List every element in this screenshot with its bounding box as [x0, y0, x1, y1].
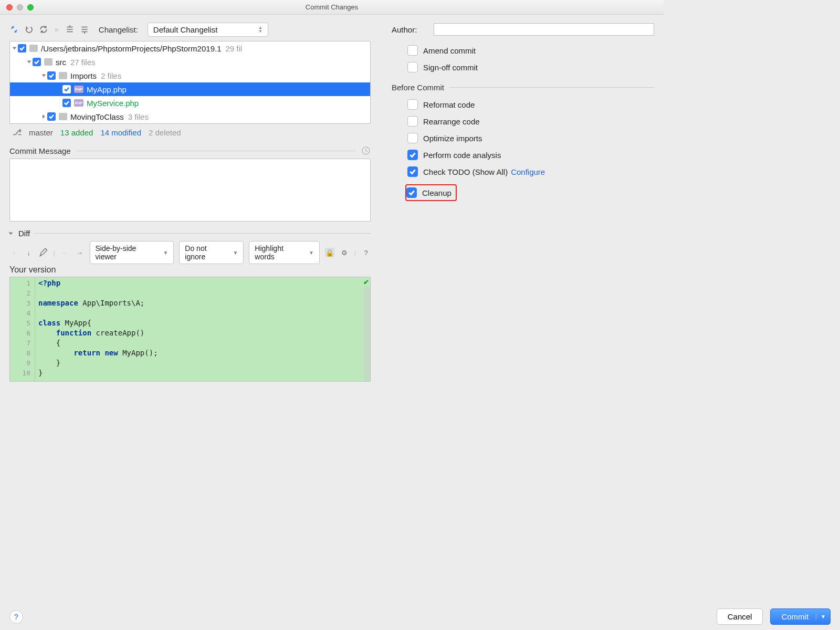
reformat-row[interactable]: Reformat code	[407, 99, 654, 110]
window-zoom-button[interactable]	[27, 4, 34, 10]
line-number: 1	[10, 278, 30, 288]
todo-row[interactable]: Check TODO (Show All) Configure	[407, 166, 654, 177]
tree-moving-row[interactable]: MovingToClass 3 files	[10, 110, 370, 123]
tree-checkbox[interactable]	[33, 58, 41, 66]
tree-imports-count: 2 files	[101, 71, 121, 80]
amend-label: Amend commit	[423, 46, 476, 55]
code-token: }	[38, 369, 43, 377]
analysis-label: Perform code analysis	[423, 151, 501, 160]
tree-src-name: src	[56, 58, 66, 67]
window-minimize-button[interactable]	[17, 4, 23, 10]
folder-icon	[59, 72, 67, 79]
tree-src-row[interactable]: src 27 files	[10, 55, 370, 69]
chevron-down-icon: ▼	[309, 250, 314, 256]
checkbox-unchecked[interactable]	[407, 99, 418, 110]
code-body[interactable]: <?php namespace App\Imports\A; class MyA…	[35, 277, 370, 381]
tree-file-myapp[interactable]: PHP MyApp.php	[10, 82, 370, 96]
tree-checkbox[interactable]	[62, 99, 71, 107]
line-number: 6	[10, 328, 30, 338]
line-number: 8	[10, 348, 30, 358]
analysis-row[interactable]: Perform code analysis	[407, 150, 654, 160]
line-number: 4	[10, 308, 30, 318]
code-token: class	[38, 319, 65, 327]
collapse-all-icon[interactable]	[80, 25, 89, 34]
code-token: MyApp();	[122, 349, 158, 357]
scrollbar[interactable]	[364, 287, 370, 381]
optimize-label: Optimize imports	[423, 134, 482, 143]
chevron-down-icon: ▼	[163, 250, 168, 256]
gear-icon[interactable]: ⚙	[340, 248, 349, 257]
ignore-dropdown[interactable]: Do not ignore ▼	[179, 241, 244, 264]
before-commit-header: Before Commit	[392, 83, 654, 92]
code-diff-viewer[interactable]: 1 2 3 4 5 6 7 8 9 10 <?php namespace App…	[9, 277, 371, 382]
checkmark-icon: ✔	[363, 278, 369, 286]
highlight-dropdown[interactable]: Highlight words ▼	[249, 241, 320, 264]
tree-checkbox[interactable]	[18, 44, 26, 52]
your-version-label: Your version	[9, 265, 371, 275]
revert-icon[interactable]	[24, 25, 34, 34]
expand-triangle-icon[interactable]	[27, 61, 32, 64]
checkbox-unchecked[interactable]	[407, 133, 418, 143]
author-input[interactable]	[434, 23, 654, 36]
line-number: 3	[10, 298, 30, 308]
tree-file-myservice[interactable]: PHP MyService.php	[10, 96, 370, 110]
commit-message-input[interactable]	[9, 159, 371, 222]
branch-icon: ⎇	[13, 128, 22, 137]
show-diff-icon[interactable]	[9, 25, 19, 34]
checkbox-unchecked[interactable]	[407, 116, 418, 127]
tree-checkbox[interactable]	[47, 71, 56, 80]
edit-icon[interactable]	[39, 248, 48, 257]
tree-root-path: /Users/jetbrains/PhpstormProjects/PhpSto…	[41, 44, 221, 53]
checkbox-checked[interactable]	[407, 150, 418, 160]
diff-toolbar: ↑ ↓ | ← → Side-by-side viewer ▼ Do not i…	[9, 244, 371, 261]
toolbar-more-icon[interactable]: »	[55, 25, 59, 34]
ignore-value: Do not ignore	[185, 244, 228, 261]
author-row: Author:	[392, 23, 654, 36]
author-label: Author:	[392, 25, 434, 34]
viewer-mode-dropdown[interactable]: Side-by-side viewer ▼	[90, 241, 174, 264]
history-icon[interactable]	[361, 146, 371, 155]
code-token: function	[56, 329, 96, 337]
prev-diff-icon[interactable]: ↑	[9, 248, 19, 257]
reformat-label: Reformat code	[423, 100, 475, 109]
cleanup-row[interactable]: Cleanup	[406, 187, 452, 198]
traffic-lights	[6, 4, 34, 10]
signoff-row[interactable]: Sign-off commit	[407, 62, 654, 72]
code-token	[38, 329, 56, 337]
tree-imports-row[interactable]: Imports 2 files	[10, 69, 370, 82]
refresh-icon[interactable]	[39, 25, 48, 34]
status-added: 13 added	[60, 128, 93, 137]
highlight-value: Highlight words	[255, 244, 304, 261]
expand-triangle-icon[interactable]	[9, 232, 13, 235]
file-tree[interactable]: /Users/jetbrains/PhpstormProjects/PhpSto…	[9, 41, 371, 124]
tree-root-row[interactable]: /Users/jetbrains/PhpstormProjects/PhpSto…	[10, 41, 370, 55]
php-file-icon: PHP	[74, 99, 83, 107]
expand-triangle-icon[interactable]	[43, 114, 45, 119]
tree-checkbox[interactable]	[47, 112, 56, 121]
forward-icon[interactable]: →	[75, 248, 85, 257]
tree-checkbox[interactable]	[62, 85, 71, 93]
todo-label: Check TODO (Show All)	[423, 167, 508, 176]
checkbox-unchecked[interactable]	[407, 45, 418, 56]
checkbox-checked[interactable]	[406, 187, 417, 198]
help-icon[interactable]: ?	[361, 248, 371, 257]
expand-all-icon[interactable]	[65, 25, 75, 34]
optimize-row[interactable]: Optimize imports	[407, 133, 654, 143]
window-close-button[interactable]	[6, 4, 13, 10]
line-number: 9	[10, 358, 30, 368]
checkbox-checked[interactable]	[407, 166, 418, 177]
changelist-dropdown[interactable]: Default Changelist ▲▼	[148, 23, 268, 37]
left-column: » Changelist: Default Changelist ▲▼ /Use…	[9, 21, 371, 471]
expand-triangle-icon[interactable]	[13, 47, 17, 50]
expand-triangle-icon[interactable]	[42, 75, 46, 77]
configure-link[interactable]: Configure	[511, 167, 545, 176]
diff-section-header[interactable]: Diff	[9, 229, 371, 238]
back-icon[interactable]: ←	[60, 248, 70, 257]
branch-name: master	[29, 128, 53, 137]
amend-commit-row[interactable]: Amend commit	[407, 45, 654, 56]
rearrange-row[interactable]: Rearrange code	[407, 116, 654, 127]
tree-moving-name: MovingToClass	[70, 112, 124, 121]
next-diff-icon[interactable]: ↓	[24, 248, 34, 257]
lock-icon[interactable]: 🔒	[325, 248, 334, 257]
checkbox-unchecked[interactable]	[407, 62, 418, 72]
